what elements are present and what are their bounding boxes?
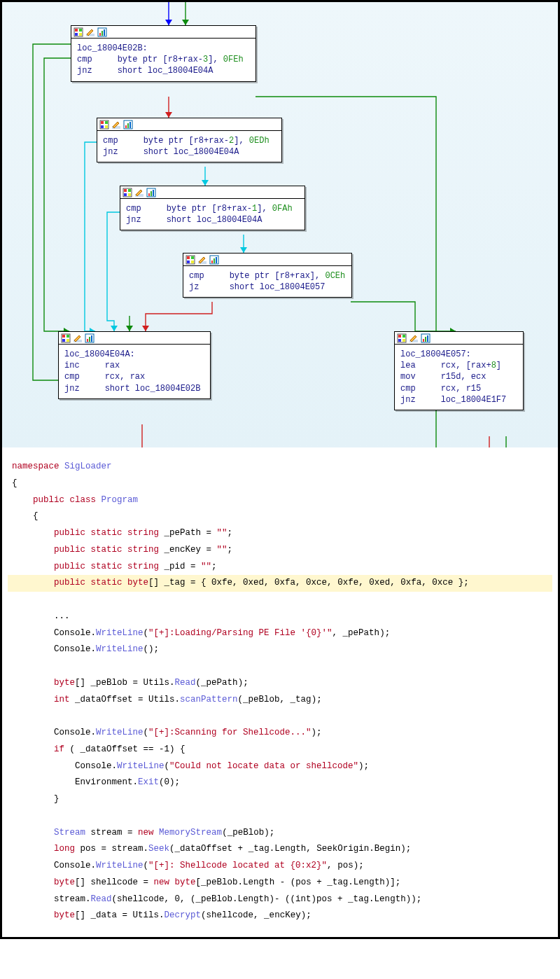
svg-marker-0 — [165, 20, 172, 25]
svg-rect-32 — [124, 189, 127, 192]
svg-rect-13 — [79, 29, 82, 32]
svg-marker-6 — [240, 247, 247, 253]
svg-rect-68 — [423, 339, 424, 342]
svg-rect-33 — [128, 189, 131, 192]
svg-rect-43 — [191, 256, 194, 259]
edit-icon — [409, 333, 419, 343]
palette-icon — [186, 255, 195, 265]
svg-rect-62 — [398, 335, 401, 338]
svg-rect-23 — [105, 121, 108, 124]
svg-rect-60 — [91, 335, 92, 342]
graph-icon — [85, 333, 94, 343]
svg-rect-64 — [398, 339, 401, 342]
svg-rect-54 — [62, 339, 65, 342]
asm-node-4[interactable]: cmp byte ptr [r8+rax], 0CEh jz short loc… — [183, 253, 352, 298]
palette-icon — [61, 333, 71, 343]
graph-icon — [209, 255, 219, 265]
svg-rect-59 — [89, 337, 90, 342]
svg-marker-8 — [142, 326, 149, 331]
svg-rect-35 — [128, 193, 131, 196]
asm-node-2[interactable]: cmp byte ptr [r8+rax-2], 0EDh jnz short … — [97, 118, 282, 162]
graph-icon — [146, 188, 156, 197]
asm-body: cmp byte ptr [r8+rax-2], 0EDh jnz short … — [97, 131, 281, 162]
svg-rect-20 — [104, 29, 105, 36]
svg-rect-63 — [402, 335, 405, 338]
svg-rect-65 — [402, 339, 405, 342]
edit-icon — [134, 188, 144, 197]
svg-rect-30 — [130, 122, 131, 128]
svg-rect-34 — [124, 193, 127, 196]
edit-icon — [197, 255, 207, 265]
node-titlebar — [59, 332, 210, 345]
svg-rect-15 — [79, 33, 82, 36]
asm-body: loc_18004E057: lea rcx, [rax+8] mov r15d… — [395, 345, 523, 410]
code-block: namespace SigLoader { public class Progr… — [12, 459, 548, 924]
svg-marker-7 — [111, 326, 118, 331]
asm-node-loc18004E04A[interactable]: loc_18004E04A: inc rax cmp rcx, rax jnz … — [58, 331, 211, 399]
node-titlebar — [183, 254, 351, 266]
svg-rect-19 — [102, 31, 103, 36]
asm-body: loc_18004E02B: cmp byte ptr [r8+rax-3], … — [71, 39, 255, 81]
node-titlebar — [71, 26, 255, 39]
svg-rect-55 — [66, 339, 69, 342]
asm-body: loc_18004E04A: inc rax cmp rcx, rax jnz … — [59, 345, 210, 398]
palette-icon — [99, 120, 109, 130]
node-titlebar — [395, 332, 523, 345]
graph-icon — [123, 120, 133, 130]
svg-rect-18 — [99, 33, 101, 36]
svg-rect-48 — [211, 261, 213, 263]
svg-marker-1 — [182, 20, 189, 25]
svg-rect-14 — [75, 33, 78, 36]
svg-rect-58 — [87, 339, 88, 342]
svg-rect-40 — [153, 190, 154, 196]
palette-icon — [74, 27, 83, 37]
svg-marker-2 — [165, 112, 172, 118]
edit-icon — [85, 27, 95, 37]
asm-body: cmp byte ptr [r8+rax-1], 0FAh jnz short … — [120, 199, 304, 230]
svg-rect-29 — [127, 123, 129, 128]
graph-icon — [97, 27, 107, 37]
svg-rect-52 — [62, 335, 65, 338]
svg-rect-44 — [187, 261, 190, 263]
svg-rect-49 — [214, 258, 215, 263]
svg-rect-42 — [187, 256, 190, 259]
svg-rect-28 — [125, 125, 127, 128]
svg-rect-38 — [148, 193, 150, 196]
edit-icon — [73, 333, 83, 343]
svg-marker-10 — [126, 326, 133, 331]
svg-rect-22 — [101, 121, 104, 124]
node-titlebar — [97, 118, 281, 131]
svg-rect-25 — [105, 125, 108, 128]
asm-node-loc18004E02B[interactable]: loc_18004E02B: cmp byte ptr [r8+rax-3], … — [71, 25, 256, 82]
svg-rect-24 — [101, 125, 104, 128]
graph-icon — [421, 333, 430, 343]
svg-rect-39 — [150, 191, 152, 196]
edit-icon — [111, 120, 121, 130]
asm-node-loc18004E057[interactable]: loc_18004E057: lea rcx, [rax+8] mov r15d… — [394, 331, 524, 410]
screenshot-frame: loc_18004E02B: cmp byte ptr [r8+rax-3], … — [0, 0, 560, 939]
svg-rect-45 — [191, 261, 194, 263]
svg-rect-53 — [66, 335, 69, 338]
asm-body: cmp byte ptr [r8+rax], 0CEh jz short loc… — [183, 266, 351, 297]
svg-marker-4 — [202, 180, 209, 186]
svg-rect-70 — [427, 335, 428, 342]
svg-rect-69 — [425, 337, 426, 342]
asm-node-3[interactable]: cmp byte ptr [r8+rax-1], 0FAh jnz short … — [120, 186, 305, 230]
palette-icon — [122, 188, 132, 197]
csharp-code-view[interactable]: namespace SigLoader { public class Progr… — [2, 447, 558, 937]
svg-rect-12 — [75, 29, 78, 32]
svg-rect-50 — [216, 257, 217, 263]
palette-icon — [397, 333, 407, 343]
ida-graph-view[interactable]: loc_18004E02B: cmp byte ptr [r8+rax-3], … — [2, 2, 558, 447]
node-titlebar — [120, 186, 304, 199]
